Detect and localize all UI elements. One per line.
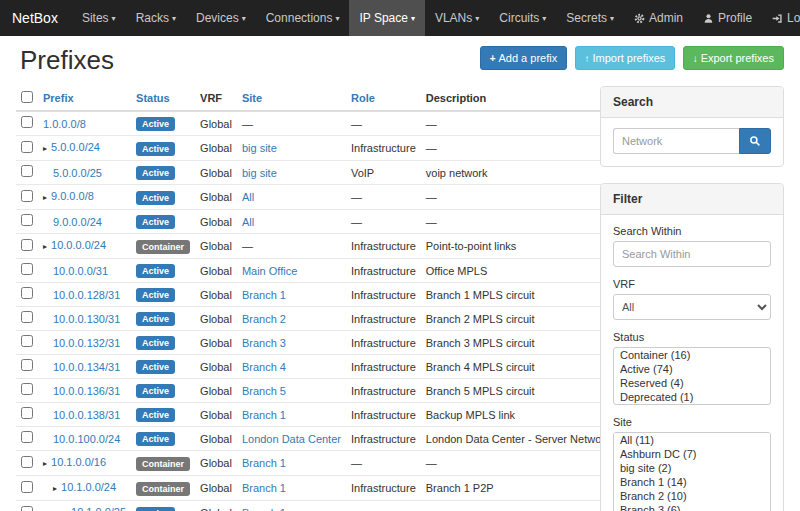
search-input[interactable] bbox=[613, 128, 739, 154]
row-checkbox[interactable] bbox=[21, 407, 33, 419]
row-checkbox[interactable] bbox=[21, 311, 33, 323]
empty-value: — bbox=[351, 216, 362, 228]
row-checkbox[interactable] bbox=[21, 287, 33, 299]
nav-item-racks[interactable]: Racks▾ bbox=[126, 0, 186, 36]
prefix-link[interactable]: 10.0.0.136/31 bbox=[53, 385, 120, 397]
nav-item-logout[interactable]: Log out bbox=[762, 0, 800, 36]
prefix-link[interactable]: 9.0.0.0/24 bbox=[53, 216, 102, 228]
nav-item-devices[interactable]: Devices▾ bbox=[186, 0, 256, 36]
site-link[interactable]: big site bbox=[242, 167, 277, 179]
site-link[interactable]: Branch 2 bbox=[242, 313, 286, 325]
prefix-link[interactable]: 9.0.0.0/8 bbox=[51, 190, 94, 202]
nav-item-label: Admin bbox=[649, 0, 683, 36]
column-header-status[interactable]: Status bbox=[131, 86, 195, 111]
site-link[interactable]: Branch 1 bbox=[242, 507, 286, 511]
site-link[interactable]: Branch 1 bbox=[242, 289, 286, 301]
prefix-link[interactable]: 10.1.0.0/25 bbox=[71, 506, 126, 511]
row-checkbox[interactable] bbox=[21, 481, 33, 493]
nav-item-profile[interactable]: Profile bbox=[693, 0, 762, 36]
prefix-link[interactable]: 1.0.0.0/8 bbox=[43, 118, 86, 130]
site-link[interactable]: Branch 3 bbox=[242, 337, 286, 349]
description-value: Branch 4 MPLS circuit bbox=[426, 361, 535, 373]
row-checkbox[interactable] bbox=[21, 359, 33, 371]
select-option[interactable]: Container (16) bbox=[614, 348, 770, 362]
nav-item-circuits[interactable]: Circuits▾ bbox=[489, 0, 556, 36]
expand-caret-icon[interactable]: ▸ bbox=[43, 242, 47, 251]
site-link[interactable]: Main Office bbox=[242, 265, 297, 277]
prefix-link[interactable]: 10.1.0.0/16 bbox=[51, 456, 106, 468]
add-prefix-button[interactable]: +Add a prefix bbox=[480, 46, 568, 70]
nav-item-ip-space[interactable]: IP Space▾ bbox=[349, 0, 425, 36]
site-link[interactable]: All bbox=[242, 191, 254, 203]
column-header-prefix[interactable]: Prefix bbox=[38, 86, 131, 111]
site-link[interactable]: Branch 1 bbox=[242, 457, 286, 469]
site-link[interactable]: Branch 1 bbox=[242, 409, 286, 421]
select-option[interactable]: Active (74) bbox=[614, 362, 770, 376]
search-panel: Search bbox=[600, 86, 784, 167]
row-checkbox[interactable] bbox=[21, 431, 33, 443]
row-checkbox[interactable] bbox=[21, 335, 33, 347]
prefix-link[interactable]: 10.0.0.130/31 bbox=[53, 313, 120, 325]
brand-logo[interactable]: NetBox bbox=[0, 0, 72, 36]
row-checkbox[interactable] bbox=[21, 456, 33, 468]
row-checkbox[interactable] bbox=[21, 263, 33, 275]
site-link[interactable]: London Data Center bbox=[242, 433, 341, 445]
row-checkbox[interactable] bbox=[21, 165, 33, 177]
column-header-role[interactable]: Role bbox=[346, 86, 421, 111]
status-multiselect[interactable]: Container (16)Active (74)Reserved (4)Dep… bbox=[613, 347, 771, 405]
nav-item-vlans[interactable]: VLANs▾ bbox=[425, 0, 489, 36]
export-prefixes-button[interactable]: ↓Export prefixes bbox=[683, 46, 784, 70]
prefix-link[interactable]: 10.0.0.0/31 bbox=[53, 265, 108, 277]
prefix-link[interactable]: 10.0.100.0/24 bbox=[53, 433, 120, 445]
select-option[interactable]: Branch 1 (14) bbox=[614, 475, 770, 489]
row-checkbox[interactable] bbox=[21, 141, 33, 153]
expand-caret-icon[interactable]: ▸ bbox=[43, 459, 47, 468]
status-badge: Active bbox=[136, 360, 175, 374]
prefix-link[interactable]: 5.0.0.0/24 bbox=[51, 141, 100, 153]
nav-item-label: Profile bbox=[718, 0, 752, 36]
prefix-link[interactable]: 10.0.0.134/31 bbox=[53, 361, 120, 373]
vrf-value: Global bbox=[200, 385, 232, 397]
site-link[interactable]: Branch 1 bbox=[242, 482, 286, 494]
row-checkbox[interactable] bbox=[21, 506, 33, 511]
select-option[interactable]: Deprecated (1) bbox=[614, 390, 770, 404]
row-checkbox[interactable] bbox=[21, 116, 33, 128]
prefix-link[interactable]: 10.0.0.132/31 bbox=[53, 337, 120, 349]
nav-item-secrets[interactable]: Secrets▾ bbox=[556, 0, 624, 36]
nav-item-connections[interactable]: Connections▾ bbox=[256, 0, 350, 36]
column-header-site[interactable]: Site bbox=[237, 86, 346, 111]
nav-item-sites[interactable]: Sites▾ bbox=[72, 0, 126, 36]
chevron-down-icon: ▾ bbox=[542, 14, 546, 23]
site-link[interactable]: Branch 5 bbox=[242, 385, 286, 397]
select-option[interactable]: Ashburn DC (7) bbox=[614, 447, 770, 461]
prefix-link[interactable]: 5.0.0.0/25 bbox=[53, 167, 102, 179]
nav-item-admin[interactable]: Admin bbox=[624, 0, 693, 36]
description-value: Point-to-point links bbox=[426, 240, 517, 252]
import-prefixes-button[interactable]: ↑Import prefixes bbox=[575, 46, 676, 70]
site-link[interactable]: big site bbox=[242, 142, 277, 154]
row-checkbox[interactable] bbox=[21, 190, 33, 202]
search-button[interactable] bbox=[739, 128, 771, 154]
select-option[interactable]: big site (2) bbox=[614, 461, 770, 475]
vrf-select[interactable]: All bbox=[613, 294, 771, 320]
select-option[interactable]: Branch 3 (6) bbox=[614, 503, 770, 511]
prefix-link[interactable]: 10.0.0.138/31 bbox=[53, 409, 120, 421]
prefix-link[interactable]: 10.1.0.0/24 bbox=[61, 481, 116, 493]
select-option[interactable]: Branch 2 (10) bbox=[614, 489, 770, 503]
site-link[interactable]: All bbox=[242, 216, 254, 228]
select-option[interactable]: All (11) bbox=[614, 433, 770, 447]
select-option[interactable]: Reserved (4) bbox=[614, 376, 770, 390]
prefix-link[interactable]: 10.0.0.128/31 bbox=[53, 289, 120, 301]
row-checkbox[interactable] bbox=[21, 239, 33, 251]
search-within-input[interactable] bbox=[613, 241, 771, 267]
select-all-checkbox[interactable] bbox=[21, 91, 33, 103]
expand-caret-icon[interactable]: ▸ bbox=[53, 484, 57, 493]
row-checkbox[interactable] bbox=[21, 383, 33, 395]
site-multiselect[interactable]: All (11)Ashburn DC (7)big site (2)Branch… bbox=[613, 432, 771, 511]
row-checkbox[interactable] bbox=[21, 214, 33, 226]
site-link[interactable]: Branch 4 bbox=[242, 361, 286, 373]
expand-caret-icon[interactable]: ▸ bbox=[43, 144, 47, 153]
empty-value: — bbox=[426, 191, 437, 203]
prefix-link[interactable]: 10.0.0.0/24 bbox=[51, 239, 106, 251]
expand-caret-icon[interactable]: ▸ bbox=[43, 193, 47, 202]
